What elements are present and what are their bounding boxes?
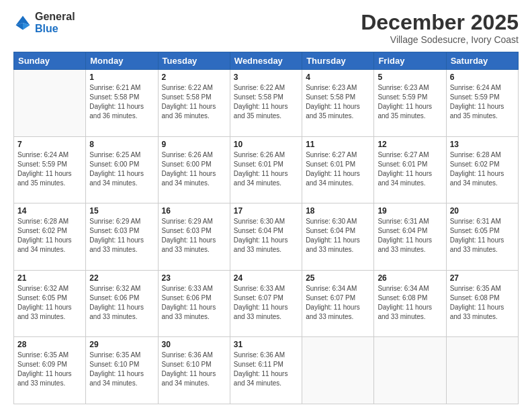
day-number: 6 bbox=[450, 73, 515, 82]
day-info: Sunrise: 6:30 AM Sunset: 6:04 PM Dayligh… bbox=[234, 217, 298, 255]
day-number: 16 bbox=[162, 206, 226, 216]
day-info: Sunrise: 6:24 AM Sunset: 5:59 PM Dayligh… bbox=[450, 83, 515, 121]
calendar-cell: 4Sunrise: 6:23 AM Sunset: 5:58 PM Daylig… bbox=[302, 70, 374, 137]
day-number: 12 bbox=[378, 140, 442, 149]
day-info: Sunrise: 6:24 AM Sunset: 5:59 PM Dayligh… bbox=[17, 150, 82, 188]
col-friday: Friday bbox=[374, 52, 446, 70]
day-info: Sunrise: 6:32 AM Sunset: 6:05 PM Dayligh… bbox=[17, 284, 82, 322]
calendar-cell: 22Sunrise: 6:32 AM Sunset: 6:06 PM Dayli… bbox=[86, 270, 158, 337]
calendar-cell: 10Sunrise: 6:26 AM Sunset: 6:01 PM Dayli… bbox=[230, 136, 302, 203]
calendar-cell: 30Sunrise: 6:36 AM Sunset: 6:10 PM Dayli… bbox=[158, 337, 230, 404]
logo: General Blue bbox=[13, 11, 75, 34]
calendar-cell: 28Sunrise: 6:35 AM Sunset: 6:09 PM Dayli… bbox=[14, 337, 86, 404]
calendar-cell: 18Sunrise: 6:30 AM Sunset: 6:04 PM Dayli… bbox=[302, 203, 374, 271]
calendar-cell: 1Sunrise: 6:21 AM Sunset: 5:58 PM Daylig… bbox=[86, 70, 158, 137]
day-info: Sunrise: 6:34 AM Sunset: 6:08 PM Dayligh… bbox=[378, 284, 442, 322]
day-info: Sunrise: 6:36 AM Sunset: 6:11 PM Dayligh… bbox=[234, 351, 298, 388]
day-number: 4 bbox=[306, 73, 370, 82]
day-number: 22 bbox=[89, 273, 154, 283]
page: General Blue December 2025 Village Sodes… bbox=[0, 0, 532, 411]
calendar-cell: 11Sunrise: 6:27 AM Sunset: 6:01 PM Dayli… bbox=[302, 136, 374, 203]
day-info: Sunrise: 6:29 AM Sunset: 6:03 PM Dayligh… bbox=[162, 217, 226, 255]
calendar-week-1: 1Sunrise: 6:21 AM Sunset: 5:58 PM Daylig… bbox=[14, 70, 519, 137]
calendar-cell: 26Sunrise: 6:34 AM Sunset: 6:08 PM Dayli… bbox=[374, 270, 446, 337]
calendar-cell: 6Sunrise: 6:24 AM Sunset: 5:59 PM Daylig… bbox=[446, 70, 518, 137]
calendar: Sunday Monday Tuesday Wednesday Thursday… bbox=[13, 52, 519, 404]
calendar-cell: 20Sunrise: 6:31 AM Sunset: 6:05 PM Dayli… bbox=[446, 203, 518, 271]
day-number: 15 bbox=[89, 206, 154, 216]
day-number: 26 bbox=[378, 273, 442, 283]
day-number: 7 bbox=[17, 140, 82, 149]
day-info: Sunrise: 6:22 AM Sunset: 5:58 PM Dayligh… bbox=[162, 83, 226, 121]
day-number: 10 bbox=[234, 140, 298, 149]
day-number: 30 bbox=[162, 340, 226, 349]
col-monday: Monday bbox=[86, 52, 158, 70]
logo-icon bbox=[13, 13, 32, 32]
logo-text: General Blue bbox=[35, 11, 75, 34]
day-info: Sunrise: 6:26 AM Sunset: 6:01 PM Dayligh… bbox=[234, 150, 298, 188]
col-wednesday: Wednesday bbox=[230, 52, 302, 70]
day-info: Sunrise: 6:27 AM Sunset: 6:01 PM Dayligh… bbox=[306, 150, 370, 188]
calendar-week-3: 14Sunrise: 6:28 AM Sunset: 6:02 PM Dayli… bbox=[14, 203, 519, 271]
day-info: Sunrise: 6:28 AM Sunset: 6:02 PM Dayligh… bbox=[450, 150, 515, 188]
day-number: 5 bbox=[378, 73, 442, 82]
calendar-cell: 15Sunrise: 6:29 AM Sunset: 6:03 PM Dayli… bbox=[86, 203, 158, 271]
day-info: Sunrise: 6:31 AM Sunset: 6:05 PM Dayligh… bbox=[450, 217, 515, 255]
col-sunday: Sunday bbox=[14, 52, 86, 70]
calendar-cell: 2Sunrise: 6:22 AM Sunset: 5:58 PM Daylig… bbox=[158, 70, 230, 137]
day-number: 28 bbox=[17, 340, 82, 349]
day-info: Sunrise: 6:35 AM Sunset: 6:09 PM Dayligh… bbox=[17, 351, 82, 388]
calendar-cell: 12Sunrise: 6:27 AM Sunset: 6:01 PM Dayli… bbox=[374, 136, 446, 203]
calendar-cell: 5Sunrise: 6:23 AM Sunset: 5:59 PM Daylig… bbox=[374, 70, 446, 137]
day-number: 20 bbox=[450, 206, 515, 216]
calendar-cell: 31Sunrise: 6:36 AM Sunset: 6:11 PM Dayli… bbox=[230, 337, 302, 404]
day-number: 8 bbox=[89, 140, 154, 149]
day-number: 9 bbox=[162, 140, 226, 149]
day-number: 3 bbox=[234, 73, 298, 82]
calendar-week-4: 21Sunrise: 6:32 AM Sunset: 6:05 PM Dayli… bbox=[14, 270, 519, 337]
day-info: Sunrise: 6:31 AM Sunset: 6:04 PM Dayligh… bbox=[378, 217, 442, 255]
day-info: Sunrise: 6:27 AM Sunset: 6:01 PM Dayligh… bbox=[378, 150, 442, 188]
calendar-cell bbox=[374, 337, 446, 404]
calendar-cell: 24Sunrise: 6:33 AM Sunset: 6:07 PM Dayli… bbox=[230, 270, 302, 337]
day-info: Sunrise: 6:34 AM Sunset: 6:07 PM Dayligh… bbox=[306, 284, 370, 322]
day-info: Sunrise: 6:25 AM Sunset: 6:00 PM Dayligh… bbox=[89, 150, 154, 188]
day-info: Sunrise: 6:35 AM Sunset: 6:08 PM Dayligh… bbox=[450, 284, 515, 322]
calendar-cell: 3Sunrise: 6:22 AM Sunset: 5:58 PM Daylig… bbox=[230, 70, 302, 137]
calendar-cell: 13Sunrise: 6:28 AM Sunset: 6:02 PM Dayli… bbox=[446, 136, 518, 203]
calendar-cell: 21Sunrise: 6:32 AM Sunset: 6:05 PM Dayli… bbox=[14, 270, 86, 337]
calendar-cell: 23Sunrise: 6:33 AM Sunset: 6:06 PM Dayli… bbox=[158, 270, 230, 337]
col-saturday: Saturday bbox=[446, 52, 518, 70]
calendar-cell: 8Sunrise: 6:25 AM Sunset: 6:00 PM Daylig… bbox=[86, 136, 158, 203]
day-info: Sunrise: 6:29 AM Sunset: 6:03 PM Dayligh… bbox=[89, 217, 154, 255]
calendar-cell bbox=[446, 337, 518, 404]
day-number: 14 bbox=[17, 206, 82, 216]
calendar-cell: 27Sunrise: 6:35 AM Sunset: 6:08 PM Dayli… bbox=[446, 270, 518, 337]
col-thursday: Thursday bbox=[302, 52, 374, 70]
day-number: 1 bbox=[89, 73, 154, 82]
day-info: Sunrise: 6:33 AM Sunset: 6:06 PM Dayligh… bbox=[162, 284, 226, 322]
calendar-cell: 16Sunrise: 6:29 AM Sunset: 6:03 PM Dayli… bbox=[158, 203, 230, 271]
day-info: Sunrise: 6:28 AM Sunset: 6:02 PM Dayligh… bbox=[17, 217, 82, 255]
calendar-week-2: 7Sunrise: 6:24 AM Sunset: 5:59 PM Daylig… bbox=[14, 136, 519, 203]
day-number: 18 bbox=[306, 206, 370, 216]
day-info: Sunrise: 6:30 AM Sunset: 6:04 PM Dayligh… bbox=[306, 217, 370, 255]
day-info: Sunrise: 6:35 AM Sunset: 6:10 PM Dayligh… bbox=[89, 351, 154, 388]
day-number: 29 bbox=[89, 340, 154, 349]
calendar-cell: 7Sunrise: 6:24 AM Sunset: 5:59 PM Daylig… bbox=[14, 136, 86, 203]
header: General Blue December 2025 Village Sodes… bbox=[13, 11, 519, 45]
title-area: December 2025 Village Sodesucre, Ivory C… bbox=[361, 11, 519, 45]
col-tuesday: Tuesday bbox=[158, 52, 230, 70]
day-info: Sunrise: 6:23 AM Sunset: 5:58 PM Dayligh… bbox=[306, 83, 370, 121]
calendar-header-row: Sunday Monday Tuesday Wednesday Thursday… bbox=[14, 52, 519, 70]
day-number: 17 bbox=[234, 206, 298, 216]
calendar-cell: 25Sunrise: 6:34 AM Sunset: 6:07 PM Dayli… bbox=[302, 270, 374, 337]
day-info: Sunrise: 6:21 AM Sunset: 5:58 PM Dayligh… bbox=[89, 83, 154, 121]
day-info: Sunrise: 6:32 AM Sunset: 6:06 PM Dayligh… bbox=[89, 284, 154, 322]
day-number: 27 bbox=[450, 273, 515, 283]
day-number: 21 bbox=[17, 273, 82, 283]
day-info: Sunrise: 6:26 AM Sunset: 6:00 PM Dayligh… bbox=[162, 150, 226, 188]
day-info: Sunrise: 6:22 AM Sunset: 5:58 PM Dayligh… bbox=[234, 83, 298, 121]
calendar-cell bbox=[14, 70, 86, 137]
logo-blue-text: Blue bbox=[35, 23, 75, 35]
